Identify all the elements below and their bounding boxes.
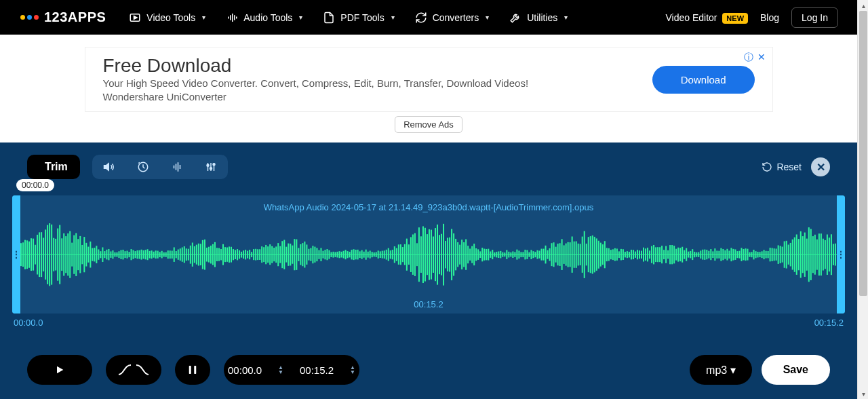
svg-rect-403 (792, 240, 793, 270)
svg-marker-12 (104, 164, 108, 171)
svg-rect-167 (310, 248, 311, 261)
svg-rect-379 (743, 249, 744, 260)
fade-button[interactable] (106, 355, 161, 385)
svg-rect-34 (39, 232, 40, 277)
nav-label: PDF Tools (340, 12, 384, 23)
svg-rect-142 (259, 249, 260, 260)
nav-utilities[interactable]: Utilities ▾ (509, 12, 568, 24)
nav-audio-tools[interactable]: Audio Tools ▾ (226, 12, 302, 24)
time-end-stepper[interactable]: ▲▼ (350, 365, 355, 375)
trim-tool-button[interactable]: Trim (27, 155, 80, 179)
time-start-stepper[interactable]: ▲▼ (278, 365, 283, 375)
svg-rect-376 (736, 251, 738, 258)
svg-rect-386 (757, 252, 759, 258)
svg-rect-154 (283, 240, 285, 269)
nav-blog[interactable]: Blog (760, 12, 779, 23)
volume-tool-button[interactable] (92, 155, 126, 179)
svg-rect-141 (257, 249, 258, 260)
svg-rect-221 (420, 236, 422, 273)
svg-rect-222 (422, 226, 424, 283)
svg-rect-308 (598, 241, 599, 269)
svg-rect-14 (174, 166, 175, 169)
svg-rect-64 (100, 251, 101, 258)
save-button[interactable]: Save (762, 355, 830, 385)
login-button[interactable]: Log In (791, 7, 838, 28)
reset-button[interactable]: Reset (762, 162, 802, 172)
svg-rect-150 (275, 246, 277, 263)
svg-rect-231 (441, 234, 442, 276)
remove-ads-button[interactable]: Remove Ads (395, 116, 462, 133)
svg-rect-340 (663, 250, 665, 259)
playhead-time-bubble: 00:00.0 (16, 179, 54, 191)
svg-rect-199 (376, 252, 377, 257)
svg-rect-384 (753, 250, 755, 259)
svg-rect-363 (710, 249, 711, 260)
ad-close-icon[interactable]: ✕ (757, 52, 766, 64)
svg-rect-96 (165, 252, 167, 257)
equalizer-tool-button[interactable] (194, 155, 228, 179)
svg-rect-353 (690, 251, 691, 259)
svg-rect-236 (451, 229, 452, 280)
ad-info-icon[interactable]: ⓘ (744, 52, 753, 64)
svg-rect-206 (390, 250, 391, 259)
svg-rect-345 (673, 246, 675, 263)
svg-rect-137 (249, 250, 250, 259)
ad-banner[interactable]: ⓘ ✕ Free Download Your High Speed Video … (85, 47, 773, 112)
svg-rect-401 (788, 245, 789, 265)
utility-icon (509, 12, 521, 24)
fade-icon (117, 364, 150, 376)
svg-rect-237 (453, 233, 454, 276)
svg-rect-300 (582, 237, 583, 273)
svg-rect-16 (178, 162, 179, 172)
speed-tool-button[interactable] (126, 155, 160, 179)
svg-rect-100 (174, 247, 175, 261)
svg-rect-417 (821, 233, 822, 276)
svg-rect-219 (416, 243, 418, 266)
svg-rect-140 (255, 249, 256, 261)
trim-start-handle[interactable] (12, 195, 20, 314)
svg-rect-361 (706, 250, 707, 259)
nav-pdf-tools[interactable]: PDF Tools ▾ (323, 12, 394, 24)
play-button[interactable] (27, 355, 92, 385)
svg-rect-330 (643, 248, 644, 262)
svg-rect-354 (692, 249, 693, 260)
svg-rect-120 (214, 242, 216, 267)
trim-end-handle[interactable] (837, 195, 845, 314)
nav-converters[interactable]: Converters ▾ (415, 12, 489, 24)
split-button[interactable] (175, 355, 210, 385)
svg-rect-341 (665, 246, 667, 263)
pitch-tool-button[interactable] (160, 155, 194, 179)
svg-rect-305 (592, 235, 593, 273)
svg-rect-220 (418, 227, 420, 282)
chevron-down-icon: ▾ (202, 14, 205, 21)
svg-rect-355 (694, 252, 695, 257)
ad-download-button[interactable]: Download (652, 66, 755, 94)
close-button[interactable]: ✕ (811, 157, 830, 176)
svg-rect-312 (606, 248, 608, 261)
waveform-canvas[interactable]: WhatsApp Audio 2024-05-17 at 21.14.49_92… (12, 195, 845, 314)
svg-rect-327 (637, 250, 638, 259)
svg-rect-47 (65, 236, 66, 273)
svg-rect-268 (516, 250, 517, 260)
nav-video-editor[interactable]: Video Editor NEW (665, 12, 748, 23)
svg-rect-290 (561, 239, 563, 270)
svg-rect-315 (612, 249, 614, 260)
svg-rect-181 (339, 251, 340, 258)
svg-rect-178 (333, 252, 334, 258)
svg-rect-310 (602, 244, 604, 265)
svg-rect-81 (135, 251, 136, 258)
time-range-control[interactable]: 00:00.0 ▲▼ 00:15.2 ▲▼ (224, 355, 359, 385)
svg-rect-58 (87, 247, 89, 263)
svg-rect-155 (285, 247, 287, 263)
svg-rect-89 (151, 250, 153, 259)
svg-rect-297 (576, 242, 577, 268)
brand[interactable]: 123APPS (20, 10, 106, 25)
svg-rect-299 (580, 244, 581, 265)
svg-rect-59 (90, 242, 91, 268)
svg-rect-26 (22, 242, 24, 267)
svg-rect-44 (59, 225, 60, 284)
svg-rect-214 (406, 239, 408, 271)
nav-video-tools[interactable]: Video Tools ▾ (129, 12, 205, 24)
svg-rect-227 (433, 237, 434, 273)
format-select-button[interactable]: mp3 ▾ (690, 355, 752, 385)
